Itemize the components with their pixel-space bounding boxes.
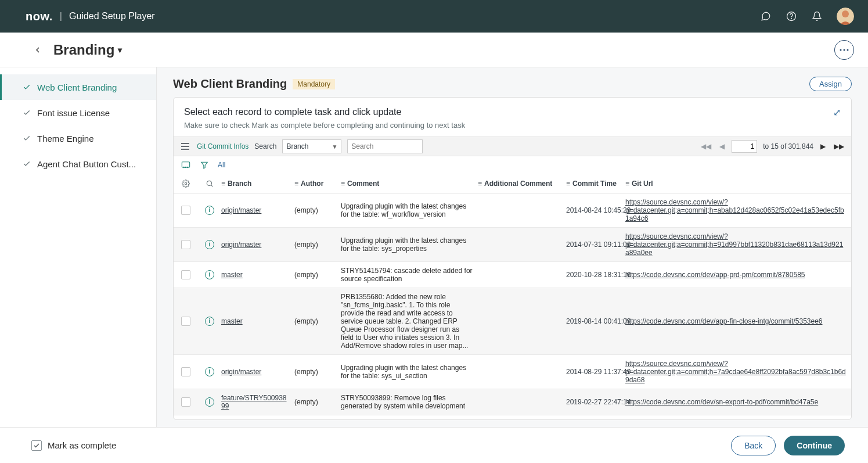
branch-link[interactable]: feature/STRY50093899 [221,394,287,410]
svg-point-13 [188,167,188,167]
page-number-input[interactable] [732,140,757,153]
row-checkbox[interactable] [181,270,190,279]
branch-link[interactable]: master [221,271,243,279]
top-bar: now. | Guided Setup Player [0,0,868,33]
svg-point-5 [844,49,845,51]
column-header-comment[interactable]: ≡Comment [341,180,478,188]
sidebar-item-label: Web Client Branding [37,82,117,92]
column-header-url[interactable]: ≡Git Url [625,180,851,188]
pager-next-icon[interactable]: ▶ [819,142,827,150]
page-range-text: to 15 of 301,844 [763,142,813,150]
table-row: ifeature/STRY50093899(empty)STRY50093899… [174,389,851,415]
chat-icon[interactable] [760,10,772,22]
back-button[interactable]: Back [731,436,776,455]
info-icon[interactable]: i [205,206,214,215]
cell-time: 2014-08-29 11:37:49 [566,368,625,376]
mark-complete-checkbox[interactable] [31,440,42,451]
row-checkbox[interactable] [181,367,190,376]
back-icon[interactable] [31,44,44,56]
expand-icon[interactable]: ⤢ [833,107,841,118]
column-header-branch[interactable]: ≡Branch [221,180,294,188]
column-search-icon[interactable] [198,180,221,188]
gear-icon[interactable] [174,180,198,188]
svg-rect-10 [182,162,189,167]
svg-point-16 [207,181,211,185]
svg-line-17 [211,185,213,186]
info-icon[interactable]: i [205,367,214,376]
sidebar-item-label: Font issue License [37,108,110,118]
git-url-link[interactable]: https://code.devsnc.com/dev/app-prd-pm/c… [625,271,805,279]
cell-time: 2020-10-28 18:31:16 [566,271,625,279]
list-menu-icon[interactable] [179,141,191,152]
column-header-author[interactable]: ≡Author [294,180,341,188]
cell-author: (empty) [294,241,341,249]
section-title: Web Client Branding [173,77,287,91]
column-header-additional[interactable]: ≡Additional Comment [478,180,566,188]
filter-all-link[interactable]: All [218,161,225,169]
branch-link[interactable]: origin/master [221,241,261,249]
page-title-dropdown[interactable]: Branding ▾ [53,42,122,58]
cell-time: 2014-08-24 10:45:29 [566,206,625,214]
pager-first-icon[interactable]: ◀◀ [700,142,712,150]
mark-complete-label: Mark as complete [48,440,116,450]
sidebar-item-theme-engine[interactable]: Theme Engine [0,125,156,151]
info-icon[interactable]: i [205,270,214,279]
sidebar-item-label: Theme Engine [37,134,94,143]
caret-down-icon: ▾ [118,45,122,55]
cell-author: (empty) [294,398,341,406]
svg-point-11 [183,167,184,167]
row-checkbox[interactable] [181,397,190,407]
table-row: imaster(empty)STRY51415794: cascade dele… [174,262,851,288]
git-url-link[interactable]: https://source.devsnc.com/view/?p=datace… [625,360,846,384]
cell-time: 2019-02-27 22:47:14 [566,398,625,406]
filter-icon[interactable] [199,160,210,170]
column-header-time[interactable]: ≡Commit Time [566,180,625,188]
git-url-link[interactable]: https://code.devsnc.com/dev/sn-export-to… [625,398,818,406]
more-actions-button[interactable] [834,40,854,60]
task-panel: Select each record to complete task and … [173,97,852,420]
pager-prev-icon[interactable]: ◀ [718,142,726,150]
instruction-title: Select each record to complete task and … [184,107,465,117]
git-url-link[interactable]: https://source.devsnc.com/view/?p=datace… [625,232,843,257]
cell-author: (empty) [294,206,341,214]
cell-url: https://source.devsnc.com/view/?p=datace… [625,198,851,222]
info-icon[interactable]: i [205,240,214,249]
cell-url: https://code.devsnc.com/dev/app-fin-clos… [625,317,851,325]
branch-link[interactable]: master [221,317,243,325]
search-input[interactable] [347,139,423,153]
git-url-link[interactable]: https://source.devsnc.com/view/?p=datace… [625,198,844,222]
table-name-link[interactable]: Git Commit Infos [197,142,248,150]
activity-stream-icon[interactable] [181,160,191,170]
row-checkbox[interactable] [181,240,190,249]
git-url-link[interactable]: https://code.devsnc.com/dev/app-fin-clos… [625,317,823,325]
sidebar-item-agent-chat-button[interactable]: Agent Chat Button Cust... [0,151,156,177]
info-icon[interactable]: i [205,397,214,407]
avatar[interactable] [837,8,854,25]
branch-link[interactable]: origin/master [221,368,261,376]
table-row: ifeature/STRY50349440-ArcSight-Testcases… [174,415,851,419]
assign-button[interactable]: Assign [809,77,852,91]
table-row: iorigin/master(empty)Upgrading plugin wi… [174,355,851,389]
branch-link[interactable]: origin/master [221,206,261,214]
row-checkbox[interactable] [181,206,190,215]
cell-author: (empty) [294,317,341,325]
info-icon[interactable]: i [205,317,214,326]
table-row: iorigin/master(empty)Upgrading plugin wi… [174,193,851,228]
mandatory-badge: Mandatory [293,79,335,89]
cell-branch: origin/master [221,368,294,376]
cell-branch: origin/master [221,241,294,249]
check-icon [22,134,31,143]
cell-time: 2019-08-14 00:41:09 [566,317,625,325]
help-icon[interactable] [786,10,797,22]
instruction-subtitle: Make sure to check Mark as complete befo… [184,121,465,130]
sidebar-item-font-issue-license[interactable]: Font issue License [0,100,156,125]
cell-comment: PRB1355680: Added the new role "sn_fcms_… [341,293,478,350]
row-checkbox[interactable] [181,317,190,326]
bell-icon[interactable] [811,10,823,22]
sidebar-item-label: Agent Chat Button Cust... [37,159,136,169]
pager-last-icon[interactable]: ▶▶ [833,142,845,150]
footer: Mark as complete Back Continue [0,427,868,463]
continue-button[interactable]: Continue [784,436,845,455]
sidebar-item-web-client-branding[interactable]: Web Client Branding [0,74,156,100]
search-field-select[interactable]: Branch ▼ [282,139,341,153]
